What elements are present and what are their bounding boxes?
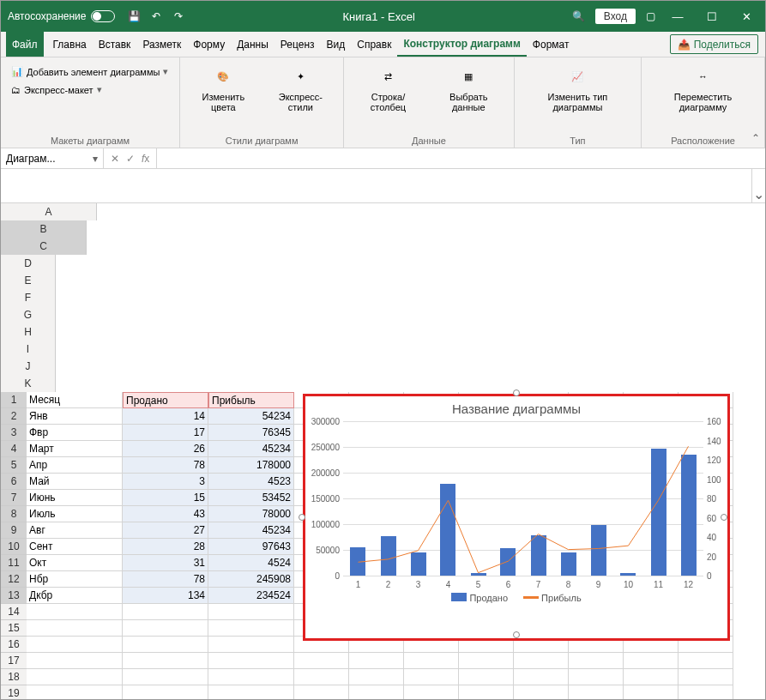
cell-H17[interactable]: [514, 653, 569, 669]
row-header-7[interactable]: 7: [1, 490, 27, 506]
save-icon[interactable]: 💾: [127, 9, 141, 23]
minimize-icon[interactable]: —: [666, 10, 690, 23]
cell-I17[interactable]: [569, 653, 624, 669]
cell-H18[interactable]: [514, 669, 569, 685]
share-button[interactable]: 📤 Поделиться: [670, 34, 758, 54]
cell-B15[interactable]: [123, 620, 208, 637]
tab-layout[interactable]: Разметк: [136, 32, 187, 57]
row-header-5[interactable]: 5: [1, 457, 27, 474]
collapse-ribbon-icon[interactable]: ⌃: [751, 132, 760, 144]
cell-B4[interactable]: 26: [123, 441, 208, 457]
row-header-9[interactable]: 9: [1, 522, 27, 539]
cell-A19[interactable]: [27, 685, 123, 700]
cell-C15[interactable]: [208, 620, 294, 637]
column-header-B[interactable]: B: [1, 220, 87, 238]
cell-B17[interactable]: [123, 653, 208, 669]
cell-C3[interactable]: 76345: [208, 425, 294, 441]
chart-resize-handle[interactable]: [513, 631, 520, 638]
column-header-F[interactable]: F: [1, 289, 56, 306]
chart-resize-handle[interactable]: [299, 514, 305, 521]
add-chart-element-button[interactable]: 📊 Добавить элемент диаграммы▾: [8, 64, 172, 79]
row-header-6[interactable]: 6: [1, 474, 27, 490]
cell-I19[interactable]: [569, 685, 624, 700]
row-header-10[interactable]: 10: [1, 539, 27, 555]
cell-C1[interactable]: Прибыль: [208, 392, 294, 408]
column-header-I[interactable]: I: [1, 341, 56, 358]
row-header-2[interactable]: 2: [1, 408, 27, 425]
chart-title[interactable]: Название диаграммы: [305, 396, 727, 418]
tab-file[interactable]: Файл: [6, 32, 44, 57]
change-chart-type-button[interactable]: 📈 Изменить тип диаграммы: [522, 61, 634, 134]
column-header-E[interactable]: E: [1, 272, 56, 289]
worksheet-grid[interactable]: 12345678910111213141516171819202122 Меся…: [1, 392, 765, 700]
redo-icon[interactable]: ↷: [172, 9, 185, 23]
cell-C4[interactable]: 45234: [208, 441, 294, 457]
cell-C12[interactable]: 245908: [208, 571, 294, 588]
cell-D17[interactable]: [294, 653, 349, 669]
chart-resize-handle[interactable]: [721, 514, 727, 521]
chart-object[interactable]: Название диаграммы0500001000001500002000…: [303, 394, 730, 641]
cell-A16[interactable]: [27, 637, 123, 653]
switch-row-column-button[interactable]: ⇄ Строка/ столбец: [351, 61, 425, 134]
row-header-17[interactable]: 17: [1, 653, 27, 669]
cell-C6[interactable]: 4523: [208, 474, 294, 490]
chart-line-series[interactable]: [343, 421, 703, 576]
quick-layout-button[interactable]: 🗂 Экспресс-макет▾: [8, 82, 172, 97]
cell-D19[interactable]: [294, 685, 349, 700]
cell-A17[interactable]: [27, 653, 123, 669]
tab-view[interactable]: Вид: [321, 32, 352, 57]
change-colors-button[interactable]: 🎨 Изменить цвета: [187, 61, 260, 134]
ribbon-options-icon[interactable]: ▢: [646, 10, 655, 22]
cell-A10[interactable]: Сент: [27, 539, 123, 555]
cell-B11[interactable]: 31: [123, 555, 208, 571]
cell-J18[interactable]: [624, 669, 679, 685]
tab-review[interactable]: Реценз: [274, 32, 321, 57]
cell-C18[interactable]: [208, 669, 294, 685]
cell-A8[interactable]: Июль: [27, 506, 123, 522]
cell-B8[interactable]: 43: [123, 506, 208, 522]
cell-E18[interactable]: [349, 669, 404, 685]
move-chart-button[interactable]: ↔ Переместить диаграмму: [648, 61, 757, 134]
column-header-K[interactable]: K: [1, 375, 56, 392]
row-header-1[interactable]: 1: [1, 392, 27, 408]
cell-B1[interactable]: Продано: [123, 392, 208, 408]
row-header-16[interactable]: 16: [1, 637, 27, 653]
cell-F17[interactable]: [404, 653, 459, 669]
formula-expand-icon[interactable]: ⌄: [751, 169, 765, 202]
maximize-icon[interactable]: ☐: [700, 10, 724, 23]
cell-G17[interactable]: [459, 653, 514, 669]
cell-A9[interactable]: Авг: [27, 522, 123, 539]
cell-B19[interactable]: [123, 685, 208, 700]
cell-C16[interactable]: [208, 637, 294, 653]
cell-G19[interactable]: [459, 685, 514, 700]
cell-I18[interactable]: [569, 669, 624, 685]
cell-A1[interactable]: Месяц: [27, 392, 123, 408]
chart-plot-area[interactable]: 0500001000001500002000002500003000000204…: [343, 421, 703, 576]
cell-C19[interactable]: [208, 685, 294, 700]
cell-E19[interactable]: [349, 685, 404, 700]
column-header-G[interactable]: G: [1, 306, 56, 323]
cell-B16[interactable]: [123, 637, 208, 653]
row-header-3[interactable]: 3: [1, 425, 27, 441]
cell-C5[interactable]: 178000: [208, 457, 294, 474]
toggle-icon[interactable]: [91, 10, 115, 22]
row-header-14[interactable]: 14: [1, 604, 27, 620]
row-header-4[interactable]: 4: [1, 441, 27, 457]
column-header-A[interactable]: A: [1, 203, 97, 220]
tab-formulas[interactable]: Форму: [187, 32, 231, 57]
tab-insert[interactable]: Вставк: [93, 32, 137, 57]
row-header-12[interactable]: 12: [1, 571, 27, 588]
cell-C7[interactable]: 53452: [208, 490, 294, 506]
cell-A11[interactable]: Окт: [27, 555, 123, 571]
cell-A2[interactable]: Янв: [27, 408, 123, 425]
tab-format[interactable]: Формат: [527, 32, 576, 57]
cell-A4[interactable]: Март: [27, 441, 123, 457]
cell-C17[interactable]: [208, 653, 294, 669]
tab-home[interactable]: Главна: [47, 32, 93, 57]
cell-C14[interactable]: [208, 604, 294, 620]
row-header-8[interactable]: 8: [1, 506, 27, 522]
cell-F19[interactable]: [404, 685, 459, 700]
cell-B9[interactable]: 27: [123, 522, 208, 539]
cell-B5[interactable]: 78: [123, 457, 208, 474]
tab-chart-design[interactable]: Конструктор диаграмм: [397, 32, 526, 57]
